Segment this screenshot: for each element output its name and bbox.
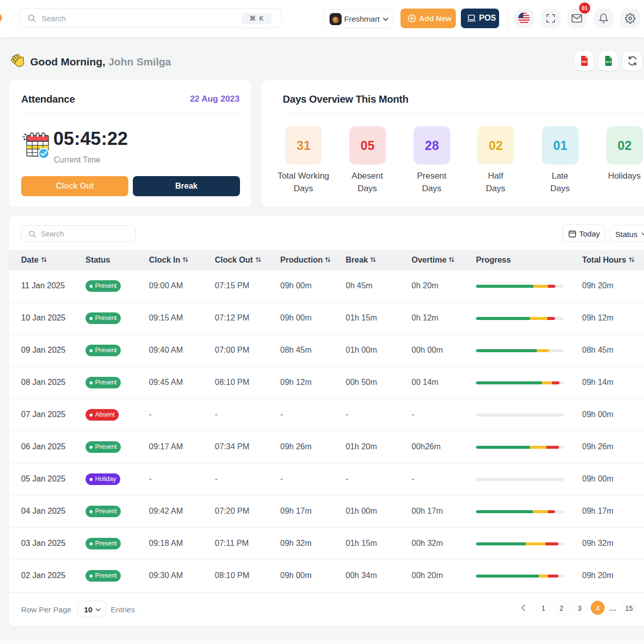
- svg-text:XLS: XLS: [606, 60, 611, 63]
- svg-text:PDF: PDF: [582, 60, 588, 63]
